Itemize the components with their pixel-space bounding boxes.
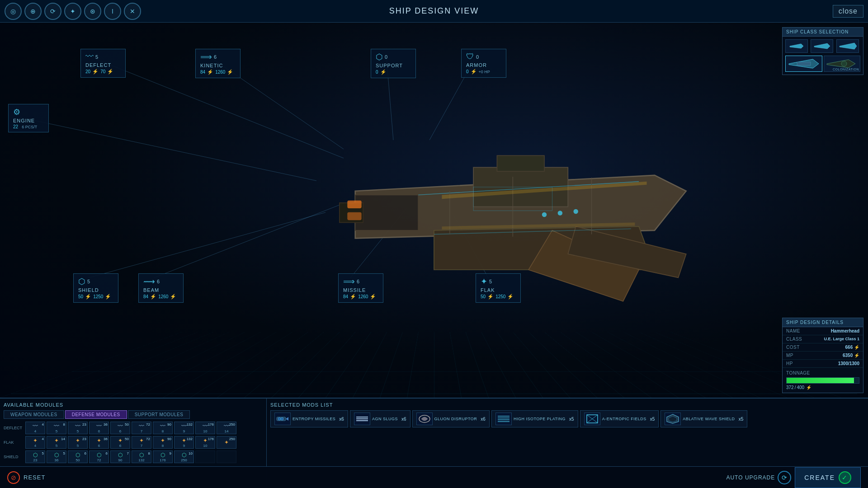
support-icon: ⬡: [376, 52, 383, 62]
tab-defense-modules[interactable]: DEFENSE MODULES: [65, 410, 127, 419]
svg-marker-25: [286, 417, 288, 421]
module-item[interactable]: 72✦7: [132, 436, 151, 449]
ship-svg: [158, 68, 710, 361]
mod-item-ablative-wave-shield[interactable]: ABLATIVE WAVE SHIELD x5: [660, 410, 747, 427]
modules-section-title: AVAILABLE MODULES: [4, 402, 263, 408]
shield-module-row: SHIELD 5⬡23 5⬡36 6⬡50 6⬡72 7⬡90 8⬡132 9⬡…: [4, 450, 263, 463]
support-stat-box: ⬡ 0 SUPPORT 0 ⚡: [371, 49, 416, 78]
ship-class-option-3[interactable]: [836, 39, 859, 53]
tonnage-section: TONNAGE 372 / 400 ⚡: [783, 368, 863, 393]
svg-point-14: [542, 212, 547, 217]
ship-class-panel: SHIP CLASS SELECTION COLONIZATION: [782, 27, 863, 75]
mod-item-agn-slugs[interactable]: AGN SLUGS x6: [350, 410, 410, 427]
svg-point-23: [841, 61, 847, 66]
nav-icon-7[interactable]: ✕: [124, 3, 141, 20]
module-item[interactable]: 6⬡50: [68, 450, 88, 463]
mods-grid: ENTROPY MISSILES x6 AGN SLUGS x6 GLUON D…: [270, 410, 864, 427]
deflect-stat-box: 〰 5 DEFLECT 20 ⚡ 70 ⚡: [80, 49, 126, 78]
module-item[interactable]: 10⬡250: [174, 450, 194, 463]
module-item[interactable]: 50〰6: [110, 422, 130, 434]
kinetic-stat-box: ⟹ 6 KINETIC 84 ⚡ 1260 ⚡: [195, 49, 241, 78]
nav-icon-6[interactable]: I: [104, 3, 121, 20]
nav-icon-4[interactable]: ✦: [64, 3, 81, 20]
engine-stat-box: ⚙ ENGINE 22 6 PCS/T: [8, 104, 49, 132]
page-title: Ship Design View: [389, 6, 479, 16]
shield-stat-icon: ⬡: [78, 277, 85, 286]
reset-button[interactable]: ⊘ RESET: [7, 471, 45, 484]
missile-stat-box: ⟹ 6 MISSILE 84 ⚡ 1260 ⚡: [338, 273, 383, 303]
ship-class-colonization[interactable]: COLONIZATION: [824, 56, 861, 72]
ship-details-title: SHIP DESIGN DETAILS: [783, 318, 863, 327]
tab-support-modules[interactable]: SUPPORT MODULES: [128, 410, 190, 419]
deflect-icon: 〰: [85, 52, 94, 61]
module-item[interactable]: 9⬡176: [153, 450, 173, 463]
kinetic-icon: ⟹: [200, 52, 212, 62]
module-item[interactable]: 6⬡72: [89, 450, 109, 463]
module-item[interactable]: 36✦6: [89, 436, 109, 449]
flak-icon: ✦: [481, 277, 487, 286]
armor-stat-box: 🛡 0 ARMOR 0 ⚡ +0 HP: [461, 49, 506, 78]
action-bar: ⊘ RESET AUTO UPGRADE ⟳ CREATE ✓: [0, 466, 868, 488]
ship-class-option-1[interactable]: [785, 39, 808, 53]
svg-point-27: [281, 418, 283, 420]
module-item[interactable]: [195, 450, 215, 463]
module-item[interactable]: 132〰9: [174, 422, 194, 434]
ablative-wave-shield-icon: [665, 413, 681, 425]
ship-class-large[interactable]: [785, 56, 822, 72]
selected-mods-title: SELECTED MODS LIST: [270, 402, 864, 408]
upgrade-icon: ⟳: [778, 471, 791, 484]
module-item[interactable]: 72〰7: [132, 422, 151, 434]
module-item[interactable]: 8⬡132: [132, 450, 151, 463]
svg-rect-11: [355, 195, 418, 230]
details-mp-row: MP 6350 ⚡: [783, 352, 863, 360]
auto-upgrade-button[interactable]: AUTO UPGRADE ⟳: [726, 471, 791, 484]
module-item[interactable]: 90〰8: [153, 422, 173, 434]
module-item[interactable]: [217, 450, 236, 463]
beam-icon: ⟿: [143, 277, 155, 286]
mod-item-entropy-missiles[interactable]: ENTROPY MISSILES x6: [270, 410, 348, 427]
shield-stat-box: ⬡ 5 SHIELD 50 ⚡ 1250 ⚡: [73, 273, 118, 303]
module-item[interactable]: 4〰4: [25, 422, 45, 434]
a-entropic-fields-icon: [584, 413, 600, 425]
ship-class-option-2[interactable]: [811, 39, 833, 53]
tab-weapon-modules[interactable]: WEAPON MODULES: [4, 410, 64, 419]
tonnage-values: 372 / 400 ⚡: [786, 385, 859, 390]
nav-icon-3[interactable]: ⟳: [44, 3, 61, 20]
create-button[interactable]: CREATE ✓: [795, 467, 861, 488]
module-item[interactable]: 4✦4: [25, 436, 45, 449]
svg-rect-18: [347, 212, 361, 220]
module-item[interactable]: 23✦5: [68, 436, 88, 449]
tonnage-bar-fill: [787, 378, 854, 383]
module-item[interactable]: 5⬡23: [25, 450, 45, 463]
nav-icon-2[interactable]: ⊕: [24, 3, 42, 20]
svg-point-16: [573, 209, 578, 214]
flak-module-row: FLAK 4✦4 14✦5 23✦5 36✦6 50✦6 72✦7 90✦8 1…: [4, 436, 263, 449]
close-button[interactable]: close: [833, 5, 863, 18]
mod-item-gluon-disruptor[interactable]: GLUON DISRUPTOR x6: [412, 410, 490, 427]
mod-item-high-isotope-plating[interactable]: HIGH ISOTOPE PLATING x5: [491, 410, 578, 427]
module-item[interactable]: 176✦10: [195, 436, 215, 449]
module-item[interactable]: 250〰14: [217, 422, 236, 434]
module-item[interactable]: 132✦9: [174, 436, 194, 449]
module-item[interactable]: 8〰5: [47, 422, 66, 434]
module-item[interactable]: 5⬡36: [47, 450, 66, 463]
module-item[interactable]: 23〰5: [68, 422, 88, 434]
ship-class-title: SHIP CLASS SELECTION: [783, 28, 863, 37]
module-item[interactable]: 36〰6: [89, 422, 109, 434]
nav-icon-5[interactable]: ⊛: [84, 3, 101, 20]
module-item[interactable]: 250✦: [217, 436, 236, 449]
action-bar-right: AUTO UPGRADE ⟳ CREATE ✓: [726, 467, 861, 488]
module-item[interactable]: 14✦5: [47, 436, 66, 449]
module-item[interactable]: 7⬡90: [110, 450, 130, 463]
mod-item-a-entropic-fields[interactable]: A-ENTROPIC FIELDS x5: [580, 410, 659, 427]
ship-design-details-panel: SHIP DESIGN DETAILS NAME Hammerhead CLAS…: [782, 318, 863, 393]
tonnage-bar: [786, 377, 859, 384]
ship-class-grid: [783, 37, 863, 56]
module-item[interactable]: 50✦6: [110, 436, 130, 449]
module-item[interactable]: 176〰10: [195, 422, 215, 434]
armor-icon: 🛡: [466, 52, 474, 61]
module-item[interactable]: 90✦8: [153, 436, 173, 449]
details-cost-row: COST 666 ⚡: [783, 343, 863, 352]
nav-icon-1[interactable]: ◎: [5, 3, 22, 20]
missile-icon: ⟹: [343, 277, 355, 286]
